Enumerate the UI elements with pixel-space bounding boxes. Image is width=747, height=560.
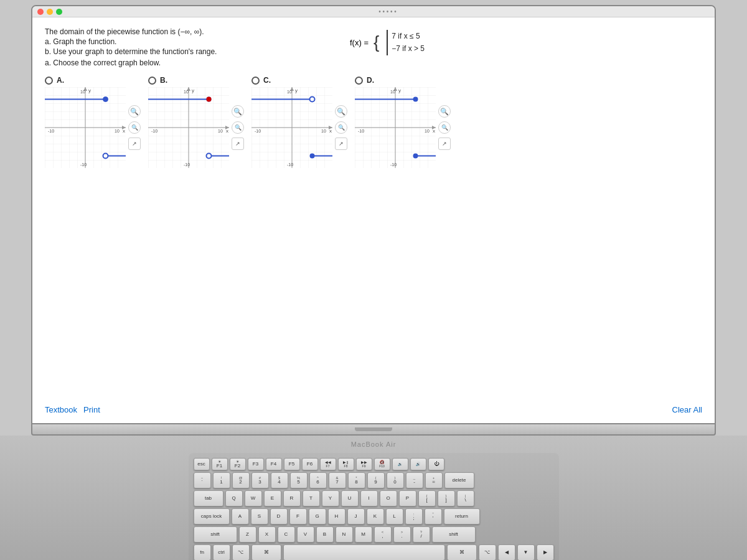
- key-y[interactable]: Y: [322, 490, 339, 506]
- key-return[interactable]: return: [444, 508, 480, 525]
- key-backslash[interactable]: |\: [457, 490, 474, 506]
- key-equals[interactable]: +=: [425, 472, 443, 488]
- external-link-icon-a[interactable]: ↗: [128, 138, 141, 150]
- close-dot[interactable]: [37, 9, 44, 15]
- radio-b[interactable]: [148, 77, 156, 85]
- key-d[interactable]: D: [270, 508, 288, 525]
- key-fn[interactable]: fn: [194, 544, 211, 560]
- key-o[interactable]: O: [380, 490, 397, 506]
- key-shift-right[interactable]: shift: [432, 526, 476, 543]
- key-l[interactable]: L: [386, 508, 403, 525]
- key-f1[interactable]: ☀F1: [212, 458, 228, 470]
- key-a[interactable]: A: [232, 508, 249, 525]
- key-right-arrow[interactable]: ▶: [537, 544, 554, 560]
- key-f8[interactable]: ▶||F8: [338, 458, 354, 470]
- key-f9[interactable]: ▶▶F9: [356, 458, 372, 470]
- zoom-in-icon-a[interactable]: 🔍: [128, 105, 141, 118]
- key-tab[interactable]: tab: [194, 490, 223, 506]
- zoom-in-icon-b[interactable]: 🔍: [232, 105, 244, 118]
- key-left-arrow[interactable]: ◀: [498, 544, 515, 560]
- external-link-icon-c[interactable]: ↗: [335, 138, 347, 150]
- key-h[interactable]: H: [328, 508, 345, 525]
- key-delete[interactable]: delete: [444, 472, 474, 488]
- key-f4[interactable]: F4: [266, 458, 282, 470]
- key-3[interactable]: #3: [251, 472, 269, 488]
- key-e[interactable]: E: [264, 490, 281, 506]
- key-p[interactable]: P: [399, 490, 416, 506]
- key-f5[interactable]: F5: [284, 458, 300, 470]
- key-f6[interactable]: F6: [302, 458, 318, 470]
- key-c[interactable]: C: [278, 526, 295, 543]
- key-5[interactable]: %5: [290, 472, 308, 488]
- key-rbracket[interactable]: }]: [438, 490, 455, 506]
- key-tilde[interactable]: ~`: [194, 472, 211, 488]
- key-comma[interactable]: <,: [374, 526, 392, 543]
- key-opt-left[interactable]: ⌥: [232, 544, 250, 560]
- radio-a[interactable]: [45, 77, 53, 85]
- key-f10[interactable]: 🔇F10: [374, 458, 390, 470]
- key-t[interactable]: T: [303, 490, 320, 506]
- key-f3[interactable]: F3: [248, 458, 264, 470]
- key-f[interactable]: F: [289, 508, 307, 525]
- key-j[interactable]: J: [347, 508, 365, 525]
- key-x[interactable]: X: [258, 526, 276, 543]
- zoom-out-icon-a[interactable]: 🔍: [128, 121, 141, 134]
- key-cmd-right[interactable]: ⌘: [447, 544, 477, 560]
- key-power[interactable]: ⏻: [428, 458, 444, 470]
- key-9[interactable]: (9: [367, 472, 385, 488]
- key-g[interactable]: G: [309, 508, 326, 525]
- key-caps[interactable]: caps lock: [194, 508, 230, 525]
- zoom-out-icon-d[interactable]: 🔍: [438, 121, 451, 134]
- zoom-in-icon-c[interactable]: 🔍: [335, 105, 347, 118]
- key-n[interactable]: N: [336, 526, 353, 543]
- zoom-in-icon-d[interactable]: 🔍: [438, 105, 451, 118]
- key-space[interactable]: [283, 544, 445, 560]
- key-u[interactable]: U: [341, 490, 359, 506]
- minimize-dot[interactable]: [47, 9, 53, 15]
- key-8[interactable]: *8: [348, 472, 365, 488]
- key-quote[interactable]: "': [425, 508, 442, 525]
- key-z[interactable]: Z: [239, 526, 256, 543]
- key-period[interactable]: >.: [393, 526, 411, 543]
- key-s[interactable]: S: [251, 508, 268, 525]
- key-6[interactable]: ^6: [309, 472, 327, 488]
- key-semicolon[interactable]: :;: [405, 508, 423, 525]
- external-link-icon-b[interactable]: ↗: [232, 138, 244, 150]
- zoom-out-icon-b[interactable]: 🔍: [232, 121, 244, 134]
- key-i[interactable]: I: [360, 490, 378, 506]
- option-c-label-row: C.: [251, 76, 271, 85]
- key-0[interactable]: )0: [387, 472, 404, 488]
- radio-c[interactable]: [251, 77, 260, 85]
- key-r[interactable]: R: [283, 490, 301, 506]
- key-b[interactable]: B: [316, 526, 334, 543]
- key-f2[interactable]: ☀F2: [230, 458, 246, 470]
- key-f12[interactable]: 🔊: [410, 458, 426, 470]
- key-v[interactable]: V: [297, 526, 314, 543]
- key-esc[interactable]: esc: [194, 458, 210, 470]
- maximize-dot[interactable]: [56, 9, 62, 15]
- key-w[interactable]: W: [245, 490, 262, 506]
- key-4[interactable]: $4: [271, 472, 288, 488]
- key-m[interactable]: M: [355, 526, 372, 543]
- print-button[interactable]: Print: [83, 405, 100, 414]
- key-q[interactable]: Q: [225, 490, 243, 506]
- key-ctrl[interactable]: ctrl: [213, 544, 230, 560]
- key-k[interactable]: K: [367, 508, 384, 525]
- radio-d[interactable]: [355, 77, 363, 85]
- key-f7[interactable]: ◀◀F7: [320, 458, 336, 470]
- zoom-out-icon-c[interactable]: 🔍: [335, 121, 347, 134]
- textbook-button[interactable]: Textbook: [45, 405, 77, 414]
- key-1[interactable]: !1: [213, 472, 230, 488]
- key-7[interactable]: &7: [329, 472, 346, 488]
- key-cmd-left[interactable]: ⌘: [251, 544, 281, 560]
- external-link-icon-d[interactable]: ↗: [438, 138, 451, 150]
- key-minus[interactable]: _-: [406, 472, 423, 488]
- key-slash[interactable]: ?/: [413, 526, 430, 543]
- key-lbracket[interactable]: {[: [418, 490, 436, 506]
- key-opt-right[interactable]: ⌥: [479, 544, 496, 560]
- key-2[interactable]: @2: [232, 472, 250, 488]
- key-shift-left[interactable]: shift: [194, 526, 237, 543]
- key-down-arrow[interactable]: ▼: [517, 544, 535, 560]
- clear-all-button[interactable]: Clear All: [672, 405, 702, 414]
- key-f11[interactable]: 🔉: [392, 458, 408, 470]
